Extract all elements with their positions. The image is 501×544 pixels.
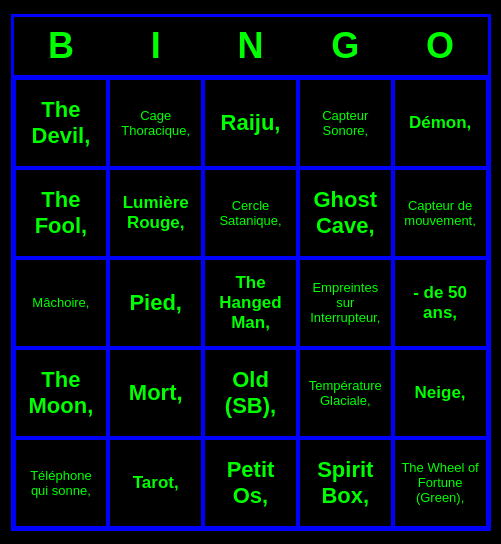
cell-text: Petit Os, xyxy=(211,457,290,509)
bingo-card: BINGO The Devil,Cage Thoracique,Raiju,Ca… xyxy=(11,14,491,531)
bingo-cell: Température Glaciale, xyxy=(298,348,393,438)
bingo-cell: Cercle Satanique, xyxy=(203,168,298,258)
bingo-cell: The Devil, xyxy=(14,78,109,168)
bingo-cell: Cage Thoracique, xyxy=(108,78,203,168)
bingo-cell: Tarot, xyxy=(108,438,203,528)
cell-text: Capteur Sonore, xyxy=(306,108,385,138)
bingo-cell: Capteur Sonore, xyxy=(298,78,393,168)
bingo-cell: Pied, xyxy=(108,258,203,348)
cell-text: Neige, xyxy=(415,383,466,403)
header-letter: I xyxy=(108,17,203,75)
header-letter: N xyxy=(203,17,298,75)
bingo-cell: The Hanged Man, xyxy=(203,258,298,348)
bingo-cell: Old (SB), xyxy=(203,348,298,438)
cell-text: Cage Thoracique, xyxy=(116,108,195,138)
header-letter: G xyxy=(298,17,393,75)
cell-text: Empreintes sur Interrupteur, xyxy=(306,280,385,325)
cell-text: Old (SB), xyxy=(211,367,290,419)
cell-text: Température Glaciale, xyxy=(306,378,385,408)
cell-text: Capteur de mouvement, xyxy=(401,198,480,228)
cell-text: The Devil, xyxy=(22,97,101,149)
bingo-cell: The Wheel of Fortune (Green), xyxy=(393,438,488,528)
cell-text: Raiju, xyxy=(221,110,281,136)
bingo-cell: Ghost Cave, xyxy=(298,168,393,258)
cell-text: The Fool, xyxy=(22,187,101,239)
bingo-cell: Empreintes sur Interrupteur, xyxy=(298,258,393,348)
bingo-cell: Mâchoire, xyxy=(14,258,109,348)
cell-text: Téléphone qui sonne, xyxy=(22,468,101,498)
bingo-cell: Téléphone qui sonne, xyxy=(14,438,109,528)
cell-text: Mort, xyxy=(129,380,183,406)
cell-text: The Moon, xyxy=(22,367,101,419)
bingo-cell: Spirit Box, xyxy=(298,438,393,528)
bingo-header: BINGO xyxy=(14,17,488,75)
bingo-cell: Lumière Rouge, xyxy=(108,168,203,258)
cell-text: - de 50 ans, xyxy=(401,283,480,323)
bingo-grid: The Devil,Cage Thoracique,Raiju,Capteur … xyxy=(14,75,488,528)
cell-text: Spirit Box, xyxy=(306,457,385,509)
bingo-cell: Mort, xyxy=(108,348,203,438)
cell-text: Mâchoire, xyxy=(32,295,89,310)
cell-text: Ghost Cave, xyxy=(306,187,385,239)
cell-text: Cercle Satanique, xyxy=(211,198,290,228)
cell-text: Pied, xyxy=(129,290,182,316)
bingo-cell: Petit Os, xyxy=(203,438,298,528)
header-letter: O xyxy=(393,17,488,75)
bingo-cell: Neige, xyxy=(393,348,488,438)
bingo-cell: The Moon, xyxy=(14,348,109,438)
bingo-cell: Raiju, xyxy=(203,78,298,168)
bingo-cell: - de 50 ans, xyxy=(393,258,488,348)
cell-text: Démon, xyxy=(409,113,471,133)
header-letter: B xyxy=(14,17,109,75)
cell-text: The Hanged Man, xyxy=(211,273,290,333)
cell-text: Tarot, xyxy=(133,473,179,493)
bingo-cell: The Fool, xyxy=(14,168,109,258)
cell-text: The Wheel of Fortune (Green), xyxy=(401,460,480,505)
cell-text: Lumière Rouge, xyxy=(116,193,195,233)
bingo-cell: Capteur de mouvement, xyxy=(393,168,488,258)
bingo-cell: Démon, xyxy=(393,78,488,168)
